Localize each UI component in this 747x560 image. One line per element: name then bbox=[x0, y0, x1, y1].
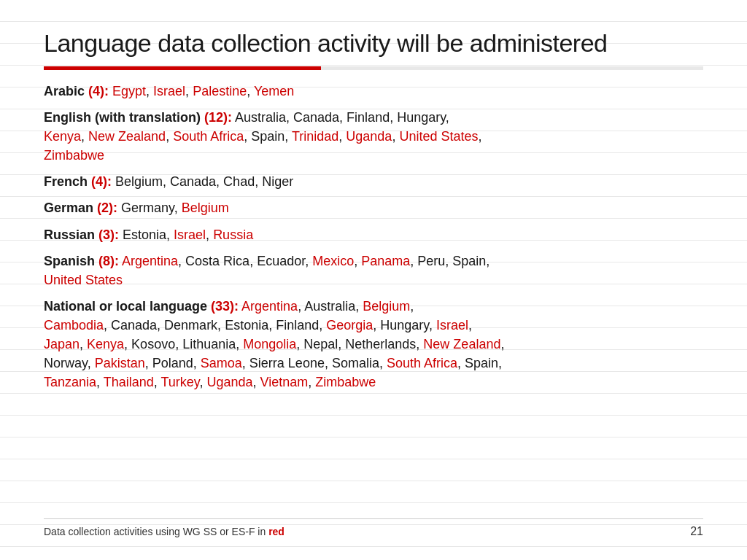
title-bar-red bbox=[44, 66, 321, 70]
slide-footer: Data collection activities using WG SS o… bbox=[44, 518, 703, 538]
language-english: English (with translation) (12): Austral… bbox=[44, 108, 703, 165]
title-bar-light bbox=[321, 66, 703, 70]
language-arabic: Arabic (4): Egypt, Israel, Palestine, Ye… bbox=[44, 82, 703, 101]
english-count: (12): bbox=[204, 110, 232, 125]
language-list: Arabic (4): Egypt, Israel, Palestine, Ye… bbox=[44, 82, 703, 518]
language-french: French (4): Belgium, Canada, Chad, Niger bbox=[44, 172, 703, 191]
russian-label: Russian bbox=[44, 228, 98, 242]
language-german: German (2): Germany, Belgium bbox=[44, 198, 703, 217]
french-count: (4): bbox=[91, 174, 112, 189]
russian-countries: Estonia, Israel, Russia bbox=[123, 228, 253, 242]
spanish-count: (8): bbox=[98, 254, 119, 268]
english-label: English (with translation) bbox=[44, 110, 204, 125]
language-spanish: Spanish (8): Argentina, Costa Rica, Ecua… bbox=[44, 252, 703, 289]
national-count: (33): bbox=[211, 299, 239, 314]
slide-content: Language data collection activity will b… bbox=[44, 29, 703, 538]
national-label: National or local language bbox=[44, 299, 211, 314]
title-bar bbox=[44, 66, 703, 70]
german-countries: Germany, Belgium bbox=[121, 201, 229, 215]
language-russian: Russian (3): Estonia, Israel, Russia bbox=[44, 225, 703, 244]
language-national: National or local language (33): Argenti… bbox=[44, 297, 703, 392]
slide-title: Language data collection activity will b… bbox=[44, 29, 703, 58]
arabic-count: (4): bbox=[88, 84, 109, 98]
footer-label: Data collection activities using WG SS o… bbox=[44, 526, 266, 537]
german-label: German bbox=[44, 201, 97, 215]
russian-count: (3): bbox=[98, 228, 119, 242]
footer-text: Data collection activities using WG SS o… bbox=[44, 526, 285, 537]
french-countries: Belgium, Canada, Chad, Niger bbox=[115, 174, 293, 189]
spanish-label: Spanish bbox=[44, 254, 98, 268]
page-number: 21 bbox=[690, 525, 703, 538]
arabic-label: Arabic bbox=[44, 84, 88, 98]
french-label: French bbox=[44, 174, 91, 189]
slide: Language data collection activity will b… bbox=[0, 0, 747, 560]
german-count: (2): bbox=[97, 201, 117, 215]
footer-red-label: red bbox=[268, 526, 285, 537]
arabic-countries: Egypt, Israel, Palestine, Yemen bbox=[112, 84, 294, 98]
